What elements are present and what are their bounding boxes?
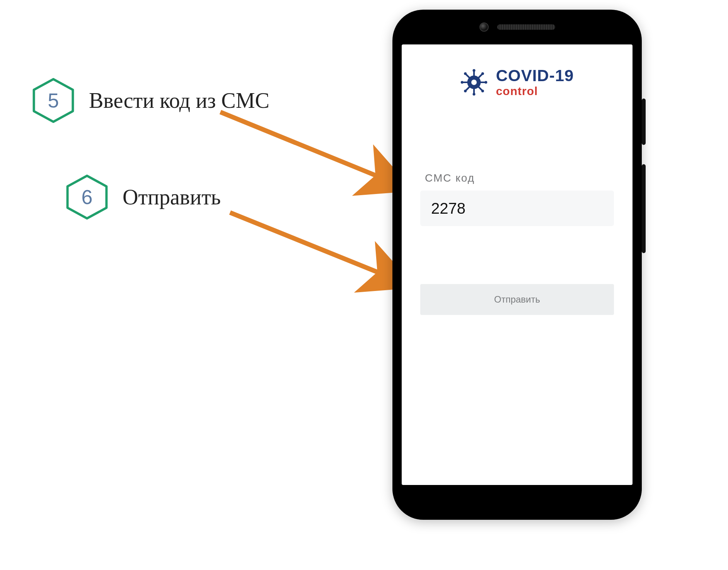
phone-camera-icon — [479, 22, 489, 32]
svg-line-18 — [466, 87, 470, 90]
svg-point-7 — [472, 69, 475, 72]
svg-line-14 — [466, 74, 470, 78]
svg-line-2 — [220, 112, 410, 189]
svg-point-21 — [481, 90, 484, 92]
virus-icon — [460, 69, 488, 96]
logo-subtitle: control — [496, 85, 574, 97]
sms-code-label: СМС код — [425, 172, 475, 184]
svg-point-9 — [472, 93, 475, 95]
app-logo: COVID-19 control — [402, 68, 633, 97]
svg-line-3 — [230, 213, 412, 286]
logo-title: COVID-19 — [496, 68, 574, 84]
instruction-step-5: 5 Ввести код из СМС — [30, 77, 269, 124]
svg-point-15 — [464, 72, 467, 75]
svg-point-5 — [471, 80, 477, 85]
sms-code-input[interactable] — [420, 191, 614, 226]
svg-point-19 — [464, 90, 467, 92]
phone-mockup: COVID-19 control СМС код Отправить — [392, 10, 642, 520]
svg-line-20 — [478, 87, 482, 90]
step-number: 5 — [48, 89, 59, 112]
step-text: Отправить — [123, 185, 221, 209]
phone-speaker-icon — [497, 24, 555, 30]
svg-line-16 — [478, 74, 482, 78]
phone-bezel — [392, 10, 642, 44]
submit-button[interactable]: Отправить — [420, 284, 614, 315]
instruction-step-6: 6 Отправить — [64, 174, 221, 220]
hexagon-badge: 5 — [30, 77, 77, 124]
phone-screen: COVID-19 control СМС код Отправить — [402, 44, 633, 485]
svg-point-13 — [484, 81, 487, 84]
svg-point-11 — [460, 81, 463, 84]
step-number: 6 — [82, 185, 93, 209]
svg-point-17 — [481, 72, 484, 75]
step-text: Ввести код из СМС — [89, 88, 269, 113]
hexagon-badge: 6 — [64, 174, 110, 220]
